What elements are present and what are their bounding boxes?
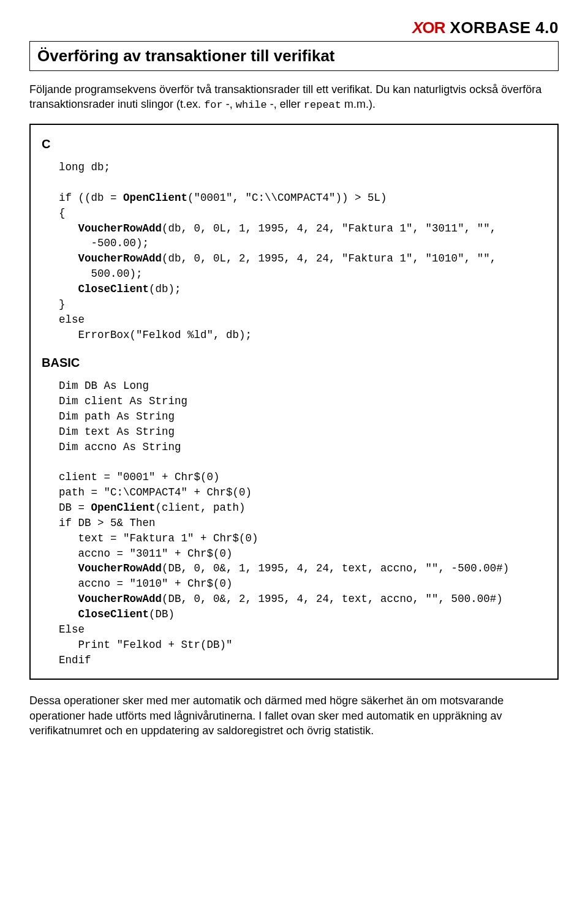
intro-paragraph: Följande programsekvens överför två tran… [29, 82, 559, 113]
outro-paragraph: Dessa operationer sker med mer automatik… [29, 693, 559, 738]
intro-sep-1: -, [226, 98, 236, 110]
code-c: long db; if ((db = OpenClient("0001", "C… [59, 160, 546, 342]
code-basic: Dim DB As Long Dim client As String Dim … [59, 378, 546, 667]
token-for: for [204, 99, 223, 111]
code-box: C long db; if ((db = OpenClient("0001", … [29, 124, 559, 680]
lang-label-basic: BASIC [42, 356, 546, 370]
xor-logo-icon: XOR [412, 18, 445, 37]
token-repeat: repeat [304, 99, 341, 111]
lang-label-c: C [42, 137, 546, 151]
product-logo: XOR XORBASE 4.0 [412, 18, 559, 37]
intro-text-2: m.m.). [344, 98, 375, 110]
product-name: XORBASE 4.0 [450, 18, 559, 37]
page-title: Överföring av transaktioner till verifik… [37, 47, 551, 66]
header: XOR XORBASE 4.0 [29, 18, 559, 37]
token-while: while [236, 99, 267, 111]
intro-sep-2: -, eller [270, 98, 304, 110]
title-box: Överföring av transaktioner till verifik… [29, 41, 559, 71]
page-container: XOR XORBASE 4.0 Överföring av transaktio… [0, 0, 588, 910]
